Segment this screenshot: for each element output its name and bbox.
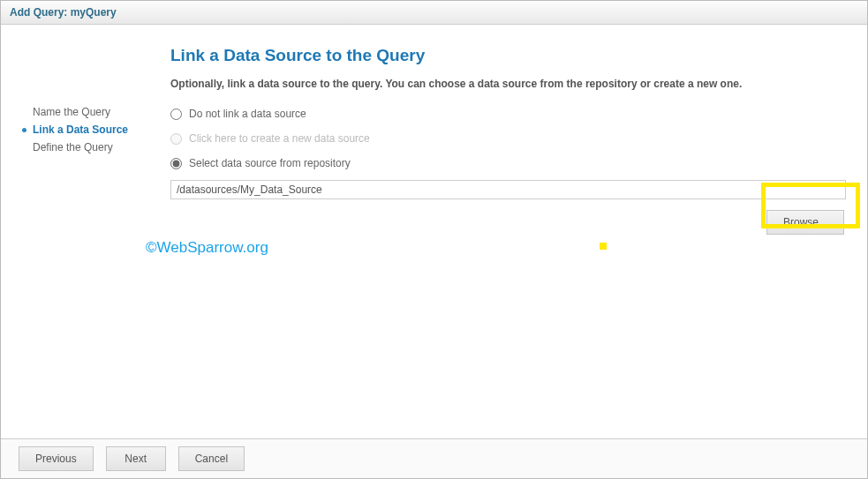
option-create-new: Click here to create a new data source (170, 132, 846, 145)
sidebar-item-label: Name the Query (33, 106, 110, 118)
watermark-text: ©WebSparrow.org (146, 239, 268, 257)
wizard-steps-sidebar: Name the Query Link a Data Source Define… (22, 46, 146, 235)
previous-button[interactable]: Previous (19, 446, 94, 471)
radio-label: Click here to create a new data source (189, 132, 370, 145)
page-header: Add Query: myQuery (1, 1, 867, 25)
sidebar-item-name-query[interactable]: Name the Query (22, 106, 146, 118)
highlight-dot (600, 243, 607, 250)
footer-bar: Previous Next Cancel (1, 438, 867, 478)
radio-create-new (170, 133, 182, 145)
page-title: Link a Data Source to the Query (170, 46, 846, 65)
option-from-repo[interactable]: Select data source from repository (170, 157, 846, 169)
sidebar-item-link-data-source[interactable]: Link a Data Source (22, 123, 146, 136)
radio-no-link[interactable] (170, 109, 182, 120)
header-title: Add Query: myQuery (10, 6, 117, 19)
radio-label: Select data source from repository (189, 157, 351, 169)
sidebar-item-define-query[interactable]: Define the Query (22, 141, 146, 153)
radio-label: Do not link a data source (189, 108, 306, 120)
sidebar-item-label: Define the Query (33, 141, 113, 153)
next-button[interactable]: Next (106, 446, 166, 471)
repo-path-input[interactable] (170, 180, 846, 199)
browse-row: Browse... (170, 199, 846, 235)
main-panel: Link a Data Source to the Query Optional… (146, 46, 858, 235)
content-area: Name the Query Link a Data Source Define… (1, 25, 867, 235)
option-no-link[interactable]: Do not link a data source (170, 108, 846, 120)
radio-from-repo[interactable] (170, 158, 182, 169)
browse-button[interactable]: Browse... (766, 210, 844, 235)
sidebar-item-label: Link a Data Source (33, 123, 128, 136)
cancel-button[interactable]: Cancel (178, 446, 245, 471)
page-subtitle: Optionally, link a data source to the qu… (170, 78, 846, 90)
